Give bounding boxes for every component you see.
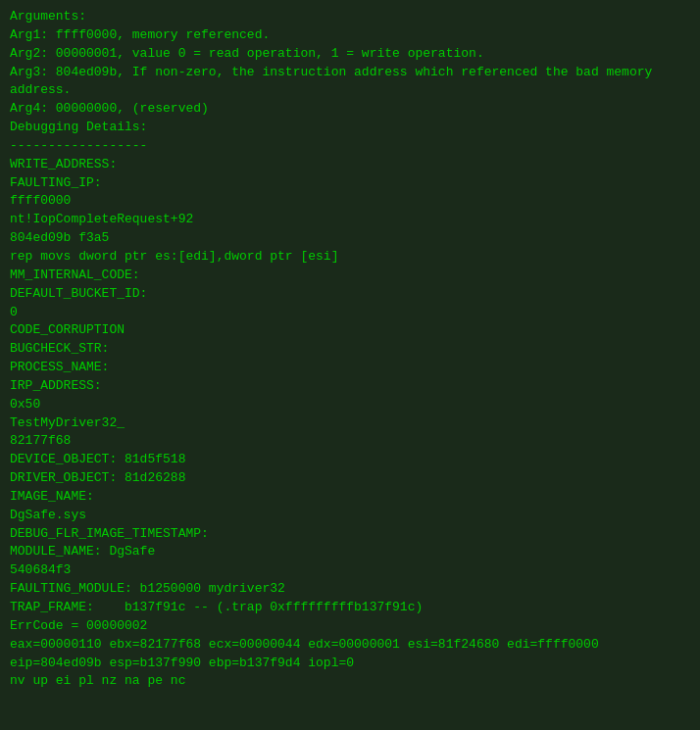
terminal-line: eax=00000110 ebx=82177f68 ecx=00000044 e… (10, 636, 690, 655)
terminal-line: nt!IopCompleteRequest+92 (10, 211, 690, 229)
terminal-line: Arg1: ffff0000, memory referenced. (10, 26, 690, 45)
terminal-line: TestMyDriver32_ (10, 414, 690, 433)
terminal-line: MODULE_NAME: DgSafe (10, 543, 690, 561)
terminal-line: DEFAULT_BUCKET_ID: (10, 285, 690, 304)
terminal-output: Arguments:Arg1: ffff0000, memory referen… (10, 8, 690, 691)
terminal-line: CODE_CORRUPTION (10, 321, 690, 340)
terminal-line: ------------------ (10, 137, 690, 156)
terminal-line: Debugging Details: (10, 119, 690, 137)
terminal-line: 0x50 (10, 396, 690, 414)
terminal-line: Arg2: 00000001, value 0 = read operation… (10, 45, 690, 64)
terminal-line: Arg4: 00000000, (reserved) (10, 100, 690, 119)
terminal-line: address. (10, 81, 690, 100)
terminal-line: Arguments: (10, 8, 690, 26)
terminal-line: DRIVER_OBJECT: 81d26288 (10, 469, 690, 488)
terminal-line: 804ed09b f3a5 (10, 229, 690, 248)
terminal-line: ffff0000 (10, 192, 690, 211)
terminal-line: nv up ei pl nz na pe nc (10, 672, 690, 691)
terminal-line: IRP_ADDRESS: (10, 377, 690, 396)
terminal-line: TRAP_FRAME: b137f91c -- (.trap 0xfffffff… (10, 599, 690, 617)
terminal-line: BUGCHECK_STR: (10, 340, 690, 359)
terminal-line: DEBUG_FLR_IMAGE_TIMESTAMP: (10, 525, 690, 544)
terminal-line: DEVICE_OBJECT: 81d5f518 (10, 451, 690, 469)
terminal-line: ErrCode = 00000002 (10, 617, 690, 636)
terminal-line: FAULTING_IP: (10, 174, 690, 193)
terminal-line: DgSafe.sys (10, 507, 690, 525)
terminal-line: WRITE_ADDRESS: (10, 156, 690, 174)
terminal-line: Arg3: 804ed09b, If non-zero, the instruc… (10, 64, 690, 82)
terminal-line: PROCESS_NAME: (10, 359, 690, 377)
terminal-line: rep movs dword ptr es:[edi],dword ptr [e… (10, 248, 690, 267)
terminal-line: 0 (10, 304, 690, 322)
terminal-line: FAULTING_MODULE: b1250000 mydriver32 (10, 580, 690, 599)
terminal-line: 540684f3 (10, 561, 690, 580)
terminal-line: eip=804ed09b esp=b137f990 ebp=b137f9d4 i… (10, 655, 690, 673)
terminal-line: IMAGE_NAME: (10, 488, 690, 507)
terminal-line: 82177f68 (10, 432, 690, 451)
terminal-line: MM_INTERNAL_CODE: (10, 267, 690, 285)
